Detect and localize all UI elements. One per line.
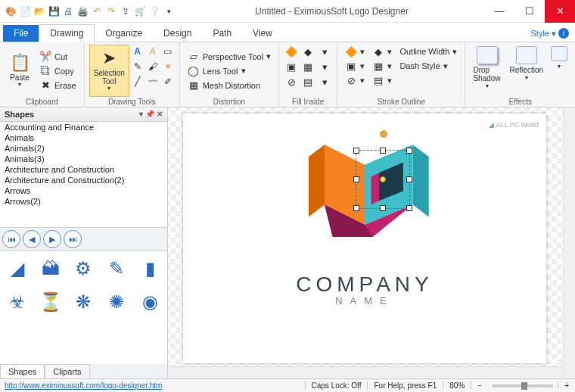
cart-icon[interactable]: 🛒	[134, 5, 146, 17]
app-icon: 🎨	[5, 5, 17, 17]
freehand-tool[interactable]: ✐	[161, 75, 175, 89]
selection-box[interactable]	[356, 150, 410, 209]
panel-pin-icon[interactable]: ▾ 📌 ✕	[139, 110, 163, 119]
list-item[interactable]: Animals	[0, 132, 167, 143]
text-tool[interactable]: A	[131, 45, 145, 58]
clipart-item[interactable]: ▮	[134, 253, 166, 285]
file-tab[interactable]: File	[3, 25, 39, 42]
clipart-item[interactable]: ☣	[2, 286, 33, 318]
minimize-button[interactable]: —	[484, 0, 514, 23]
fill-pattern[interactable]: ▦	[300, 60, 315, 73]
erase-button[interactable]: ✖Erase	[36, 79, 79, 92]
fill-gradient[interactable]: ▣	[284, 60, 299, 73]
clipart-item[interactable]: 🏔	[35, 253, 67, 285]
style-dropdown[interactable]: Style ▾ i	[525, 25, 575, 42]
tab-shapes[interactable]: Shapes	[0, 364, 45, 378]
export-icon[interactable]: ⇪	[120, 5, 132, 17]
art-text-tool[interactable]: A	[146, 45, 160, 58]
stroke-color-2[interactable]: ▣▾ ▦▾ Dash Style ▾	[342, 59, 460, 73]
fill-color-1[interactable]: 🔶	[284, 45, 299, 58]
shape-tool[interactable]: ▭	[161, 45, 175, 58]
clipart-item[interactable]: ✎	[101, 253, 132, 285]
shapes-panel: Shapes ▾ 📌 ✕ Accounting and Finance Anim…	[0, 107, 168, 378]
shapes-panel-header: Shapes ▾ 📌 ✕	[0, 107, 167, 122]
canvas-area[interactable]: ◢ ALL PC World	[168, 107, 575, 378]
reflection-button[interactable]: Reflection▾	[507, 45, 546, 97]
first-page-icon[interactable]: ⏮	[2, 230, 20, 248]
clipart-item[interactable]: ◢	[2, 253, 33, 285]
save-as-icon[interactable]: 🖨	[62, 5, 74, 17]
zoom-slider[interactable]	[493, 384, 553, 387]
quick-access-toolbar: 🎨 📄 📂 💾 🖨 🖨️ ↶ ↷ ⇪ 🛒 ❔ ▾	[0, 5, 179, 17]
tab-drawing[interactable]: Drawing	[39, 24, 95, 42]
horizontal-scrollbar[interactable]	[168, 366, 563, 378]
group-distortion: ▱Perspective Tool ▾ ◯Lens Tool ▾ ▦Mesh D…	[180, 42, 280, 107]
mesh-button[interactable]: ▦Mesh Distortion	[185, 79, 275, 92]
maximize-button[interactable]: ☐	[514, 0, 545, 23]
fill-more[interactable]: ▾	[317, 60, 332, 73]
drop-shadow-button[interactable]: Drop Shadow▾	[470, 45, 505, 97]
list-item[interactable]: Arrows(2)	[0, 196, 167, 207]
undo-icon[interactable]: ↶	[91, 5, 103, 17]
list-item[interactable]: Architecture and Construction	[0, 164, 167, 175]
list-item[interactable]: Architecture and Construction(2)	[0, 175, 167, 185]
redo-icon[interactable]: ↷	[105, 5, 117, 17]
logo-name-text[interactable]: NAME	[335, 295, 394, 306]
list-item[interactable]: Arrows	[0, 185, 167, 196]
list-item[interactable]: Animals(3)	[0, 154, 167, 164]
logo-company-text[interactable]: COMPANY	[296, 272, 434, 297]
node-tool[interactable]: ✶	[161, 60, 175, 73]
print-icon[interactable]: 🖨️	[76, 5, 89, 17]
stroke-color-1[interactable]: 🔶▾ ◆▾ Outline Width ▾	[342, 45, 460, 58]
tab-cliparts[interactable]: Cliparts	[45, 364, 89, 378]
lens-button[interactable]: ◯Lens Tool ▾	[185, 64, 275, 78]
status-link[interactable]: http://www.eximioussoft.com/logo-designe…	[0, 381, 166, 390]
stroke-none[interactable]: ⊘▾ ▤▾	[342, 73, 460, 87]
cut-button[interactable]: ✂️Cut	[36, 50, 79, 64]
tab-path[interactable]: Path	[202, 25, 242, 42]
fill-none[interactable]: ⊘	[284, 75, 299, 89]
perspective-button[interactable]: ▱Perspective Tool ▾	[185, 50, 275, 64]
open-icon[interactable]: 📂	[33, 5, 45, 17]
fill-drop[interactable]: ▾	[317, 75, 332, 89]
last-page-icon[interactable]: ⏭	[64, 230, 82, 248]
save-icon[interactable]: 💾	[48, 5, 60, 17]
group-drawing-tools: ➤ Selection Tool ▾ A A ▭ ✎ 🖌 ✶ ╱ 〰 ✐ Dra…	[85, 42, 180, 107]
clipart-item[interactable]: ⚙	[68, 253, 100, 285]
vertical-scrollbar[interactable]	[563, 107, 575, 378]
paste-button[interactable]: 📋 Paste ▾	[5, 45, 35, 97]
zoom-out-button[interactable]: −	[471, 381, 488, 390]
logo-object[interactable]	[281, 129, 448, 266]
shapes-category-list[interactable]: Accounting and Finance Animals Animals(2…	[0, 122, 167, 228]
clipart-item[interactable]: ❋	[68, 286, 100, 318]
effect-extra-button[interactable]: ▾	[548, 45, 570, 97]
copy-button[interactable]: ⿻Copy	[36, 64, 79, 78]
new-icon[interactable]: 📄	[19, 5, 31, 17]
clipart-item[interactable]: ⏳	[35, 286, 67, 318]
brush-tool[interactable]: 🖌	[146, 60, 160, 73]
clipart-item[interactable]: ✺	[101, 286, 132, 318]
help-icon[interactable]: ❔	[148, 5, 160, 17]
pen-tool[interactable]: ✎	[131, 60, 145, 73]
list-item[interactable]: Animals(2)	[0, 143, 167, 154]
fill-color-2[interactable]: ◆	[300, 45, 315, 58]
panel-tabs: Shapes Cliparts	[0, 364, 167, 378]
clipart-item[interactable]: ◉	[134, 286, 166, 318]
qat-dropdown-icon[interactable]: ▾	[163, 5, 175, 17]
effect-icon	[551, 46, 567, 61]
curve-tool[interactable]: 〰	[146, 75, 160, 89]
prev-page-icon[interactable]: ◀	[23, 230, 41, 248]
selection-tool-button[interactable]: ➤ Selection Tool ▾	[89, 45, 129, 97]
next-page-icon[interactable]: ▶	[43, 230, 61, 248]
tab-view[interactable]: View	[242, 25, 283, 42]
close-button[interactable]: ✕	[545, 0, 575, 23]
rotation-handle[interactable]	[380, 130, 387, 138]
fill-texture[interactable]: ▤	[300, 75, 315, 89]
list-item[interactable]: Accounting and Finance	[0, 122, 167, 132]
tab-design[interactable]: Design	[153, 25, 202, 42]
fill-color-3[interactable]: ▾	[317, 45, 332, 58]
tab-organize[interactable]: Organize	[95, 25, 153, 42]
line-tool[interactable]: ╱	[131, 75, 145, 89]
canvas-page[interactable]: ◢ ALL PC World	[183, 114, 546, 363]
zoom-in-button[interactable]: +	[558, 381, 575, 390]
